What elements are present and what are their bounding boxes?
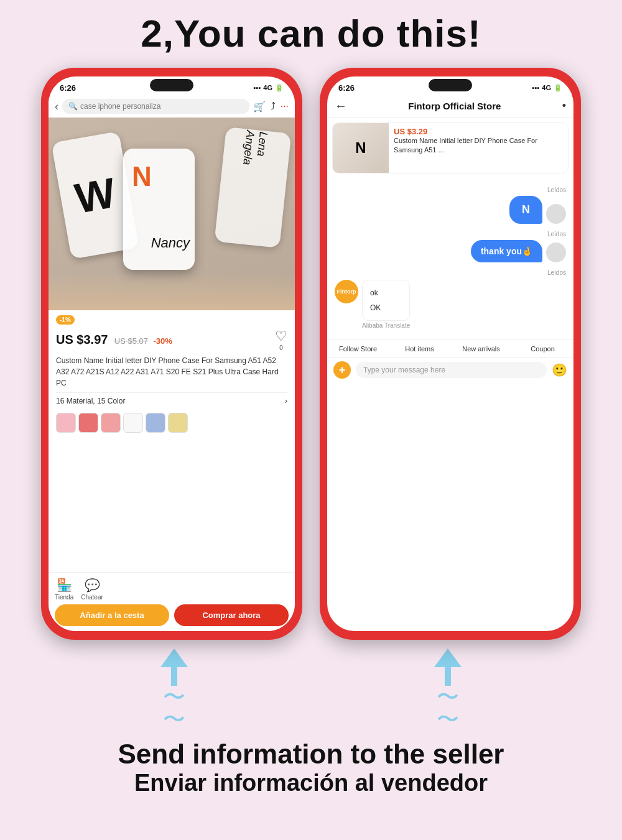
swatch-yellow[interactable] — [168, 413, 188, 433]
right-arrow-stem — [445, 667, 451, 686]
heart-count: 0 — [275, 344, 287, 351]
chat-input-bar: + Type your message here 🙂 — [327, 357, 573, 382]
bubble-thankyou: thank you🤞 — [471, 240, 542, 262]
left-squiggle-2: 〜 — [163, 708, 185, 731]
swatch-red[interactable] — [78, 413, 98, 433]
bubble-thankyou-row: thank you🤞 — [335, 240, 566, 262]
chat-header: ← Fintorp Official Store • — [327, 95, 573, 118]
right-notch-inner — [429, 79, 472, 91]
chat-more-button[interactable]: • — [562, 99, 566, 113]
price-group: US $3.97 US $5.07 -30% — [56, 333, 172, 347]
chat-product-price: US $3.29 — [394, 127, 563, 136]
badge-row: -1% — [56, 315, 287, 325]
bottom-icons: 🏪 Tienda 💬 Chatear — [55, 578, 289, 601]
swatch-light-red[interactable] — [101, 413, 121, 433]
back-icon[interactable]: ‹ — [55, 100, 58, 113]
nav-follow-store[interactable]: Follow Store — [327, 343, 389, 354]
left-notch — [134, 76, 209, 94]
left-bottom-bar: 🏪 Tienda 💬 Chatear Añadir a la cesta Com… — [49, 572, 295, 631]
chat-icon: 💬 — [85, 578, 100, 593]
search-text: case iphone personaliza — [80, 102, 160, 111]
right-status-right: ▪▪▪ 4G 🔋 — [532, 84, 562, 92]
right-arrow-up — [434, 648, 462, 667]
translate-link[interactable]: Alibaba Translate — [362, 322, 410, 329]
nav-coupon[interactable]: Coupon — [512, 343, 573, 354]
right-squiggle: 〜 — [437, 686, 459, 708]
right-arrow-wrapper: 〜 〜 — [434, 648, 462, 731]
arrows-section: 〜 〜 〜 〜 — [0, 640, 622, 731]
chat-product-details: US $3.29 Custom Name Initial letter DIY … — [389, 123, 568, 173]
right-notch — [413, 76, 488, 94]
chat-product-name: Custom Name Initial letter DIY Phone Cas… — [394, 136, 563, 155]
price-main: US $3.97 — [56, 333, 108, 346]
left-arrow-wrapper: 〜 〜 — [160, 648, 188, 731]
cart-icon[interactable]: 🛒 — [253, 101, 266, 113]
right-battery: 🔋 — [554, 84, 562, 92]
left-squiggle: 〜 — [163, 686, 185, 708]
left-signal: ▪▪▪ — [254, 84, 261, 91]
search-action-icons: 🛒 ⤴ ··· — [253, 101, 289, 113]
seller-msg-2: OK — [370, 300, 402, 315]
price-discount: -30% — [154, 336, 172, 346]
hand-visual — [49, 273, 295, 310]
store-label: Tienda — [55, 594, 73, 601]
header-title: 2,You can do this! — [0, 0, 622, 62]
product-info: -1% US $3.97 US $5.07 -30% ♡ 0 Custom Na… — [49, 310, 295, 441]
material-row: 16 Material, 15 Color › — [56, 392, 287, 409]
action-buttons: Añadir a la cesta Comprar ahora — [55, 604, 289, 626]
read-label-2: Leídos — [335, 228, 566, 239]
right-squiggle-2: 〜 — [437, 708, 459, 731]
seller-msg-1: ok — [370, 285, 402, 300]
right-phone: 6:26 ▪▪▪ 4G 🔋 ← Fintorp Official Store •… — [320, 68, 581, 640]
read-label-1: Leídos — [335, 183, 566, 195]
heart-button[interactable]: ♡ — [275, 328, 287, 344]
seller-messages-group: ok OK Alibaba Translate — [362, 280, 410, 329]
case-center: N Nancy — [123, 149, 195, 270]
seller-bubble-row: Fintorp ok OK Alibaba Translate — [335, 280, 566, 329]
bubble-n-row: N — [335, 196, 566, 224]
store-icon: 🏪 — [57, 578, 72, 593]
swatch-blue[interactable] — [146, 413, 165, 433]
heart-group: ♡ 0 — [275, 328, 287, 351]
chat-product-card[interactable]: N US $3.29 Custom Name Initial letter DI… — [332, 122, 569, 173]
chat-icon-item[interactable]: 💬 Chatear — [81, 578, 103, 601]
nav-new-arrivals[interactable]: New arrivals — [450, 343, 512, 354]
material-arrow[interactable]: › — [285, 397, 287, 405]
left-phone: 6:26 ▪▪▪ 4G 🔋 ‹ 🔍 case iphone personaliz… — [41, 68, 302, 640]
bubble-n: N — [509, 196, 542, 224]
right-signal: ▪▪▪ — [532, 84, 540, 91]
swatch-pink[interactable] — [56, 413, 76, 433]
footer-line1: Send information to the seller — [6, 739, 616, 769]
read-label-3: Leídos — [335, 266, 566, 277]
phone-cases-visual: W N Nancy Lena Angela — [49, 118, 295, 310]
search-bar: ‹ 🔍 case iphone personaliza 🛒 ⤴ ··· — [49, 95, 295, 118]
buy-now-button[interactable]: Comprar ahora — [174, 604, 289, 626]
search-input[interactable]: 🔍 case iphone personaliza — [62, 99, 249, 114]
left-arrow-up — [160, 648, 188, 667]
right-time: 6:26 — [338, 83, 355, 93]
store-icon-item[interactable]: 🏪 Tienda — [55, 578, 73, 601]
left-phone-screen: 6:26 ▪▪▪ 4G 🔋 ‹ 🔍 case iphone personaliz… — [49, 76, 295, 631]
chat-nav-tabs: Follow Store Hot items New arrivals Coup… — [327, 339, 573, 357]
chat-plus-button[interactable]: + — [333, 361, 351, 379]
material-label: 16 Material, 15 Color — [56, 397, 125, 405]
nav-hot-items[interactable]: Hot items — [389, 343, 450, 354]
search-icon: 🔍 — [68, 102, 78, 111]
product-title: Custom Name Initial letter DIY Phone Cas… — [56, 355, 287, 389]
right-phone-screen: 6:26 ▪▪▪ 4G 🔋 ← Fintorp Official Store •… — [327, 76, 573, 631]
share-icon[interactable]: ⤴ — [271, 101, 276, 112]
swatch-white[interactable] — [123, 413, 143, 433]
add-to-cart-button[interactable]: Añadir a la cesta — [55, 604, 169, 626]
price-row: US $3.97 US $5.07 -30% ♡ 0 — [56, 328, 287, 351]
phones-container: 6:26 ▪▪▪ 4G 🔋 ‹ 🔍 case iphone personaliz… — [0, 68, 622, 640]
chat-title: Fintorp Official Store — [353, 101, 556, 111]
user-avatar-1 — [546, 204, 566, 224]
left-notch-inner — [150, 79, 193, 91]
chat-back-button[interactable]: ← — [335, 99, 347, 113]
emoji-button[interactable]: 🙂 — [552, 362, 567, 377]
chat-input-field[interactable]: Type your message here — [356, 362, 547, 378]
right-network: 4G — [542, 84, 551, 91]
left-battery: 🔋 — [275, 84, 284, 92]
chat-label: Chatear — [81, 594, 103, 601]
more-icon[interactable]: ··· — [281, 101, 289, 112]
